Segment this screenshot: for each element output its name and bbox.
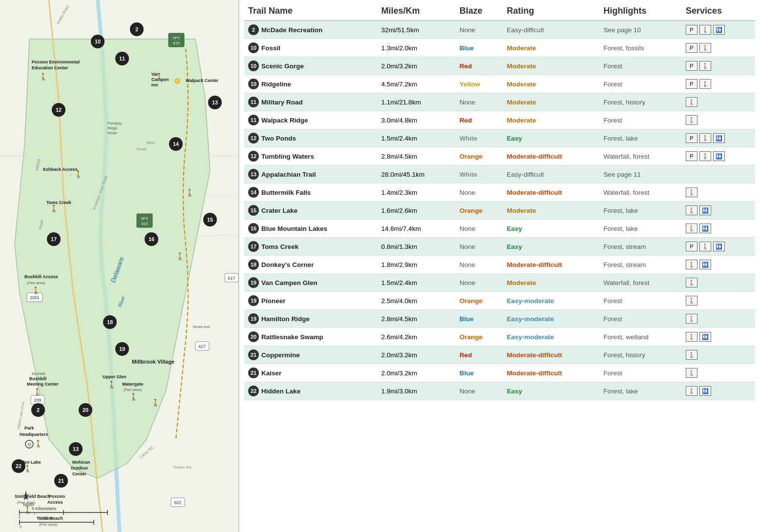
trail-miles: 14.6mi/7.4km xyxy=(378,220,456,238)
trail-miles: 1.5mi/2.4km xyxy=(378,274,456,292)
svg-text:16: 16 xyxy=(148,236,154,242)
table-row: 13Appalachian Trail28.0mi/45.1kmWhiteEas… xyxy=(244,165,755,184)
trail-name: Hamilton Ridge xyxy=(261,315,310,323)
hiker-icon: 🚶 xyxy=(686,332,697,342)
trail-number: 22 xyxy=(248,386,259,396)
trail-rating: Easy xyxy=(503,220,600,238)
trail-services: 🚶🚻 xyxy=(682,256,755,274)
svg-text:11: 11 xyxy=(119,56,125,61)
trail-name-cell: 22Hidden Lake xyxy=(244,382,378,400)
trail-name-cell: 14Buttermilk Falls xyxy=(244,184,378,202)
trail-name-cell: 21Coppermine xyxy=(244,346,378,364)
svg-text:(Fee area): (Fee area) xyxy=(39,522,58,527)
trail-number: 2 xyxy=(248,24,259,35)
trail-name: McDade Recreation xyxy=(261,26,322,34)
svg-text:Bushkill: Bushkill xyxy=(32,371,45,376)
trail-number: 14 xyxy=(248,187,259,198)
trail-highlights: Waterfall, forest xyxy=(599,184,681,202)
hiker-icon: 🚶 xyxy=(686,386,697,396)
trail-rating: Easy-difficult xyxy=(503,165,600,184)
trail-services: 🚶 xyxy=(682,111,755,129)
svg-text:🚶: 🚶 xyxy=(74,170,83,179)
svg-text:22: 22 xyxy=(16,463,21,469)
svg-text:Access: Access xyxy=(47,500,63,505)
trail-name-cell: 18Donkey's Corner xyxy=(244,256,378,274)
trail-miles: 2.0mi/3.2km xyxy=(378,346,456,364)
trail-blaze: White xyxy=(456,129,503,147)
svg-text:18: 18 xyxy=(107,319,113,325)
trail-miles: 1.9mi/3.0km xyxy=(378,382,456,400)
trail-name-cell: 10Scenic Gorge xyxy=(244,57,378,75)
table-row: 21Kaiser2.0mi/3.2kmBlueModerate-difficul… xyxy=(244,364,755,382)
trail-blaze: Orange xyxy=(456,147,503,165)
trail-services: P🚶 xyxy=(682,39,755,57)
hiker-icon: 🚶 xyxy=(686,260,697,269)
svg-text:Poxono: Poxono xyxy=(49,494,65,499)
trail-blaze: Orange xyxy=(456,292,503,310)
hiker-icon: 🚶 xyxy=(686,187,697,197)
svg-text:Park: Park xyxy=(24,426,35,430)
trail-number: 10 xyxy=(248,61,259,71)
trail-name-cell: 10Ridgeline xyxy=(244,75,378,93)
table-row: 11Military Road1.1mi/21.8kmNoneModerateF… xyxy=(244,93,755,111)
hiker-icon: 🚶 xyxy=(686,350,697,360)
trail-services: 🚶 xyxy=(682,346,755,364)
parking-icon: P xyxy=(686,79,697,89)
trail-name: Van Campen Glen xyxy=(261,279,317,286)
table-row: 22Hidden Lake1.9mi/3.0kmNoneEasyForest, … xyxy=(244,382,755,400)
trail-blaze: White xyxy=(456,165,503,184)
trail-number: 20 xyxy=(248,331,259,342)
svg-text:🚶: 🚶 xyxy=(186,189,194,197)
hiker-icon: 🚶 xyxy=(699,151,711,161)
table-row: 16Blue Mountain Lakes14.6mi/7.4kmNoneEas… xyxy=(244,220,755,238)
table-row: 21Coppermine2.0mi/3.2kmRedModerate-diffi… xyxy=(244,346,755,364)
trail-services: 🚶🚻 xyxy=(682,202,755,220)
svg-text:17: 17 xyxy=(51,236,57,242)
trail-highlights: Forest xyxy=(599,364,681,382)
trail-name-cell: 12Two Ponds xyxy=(244,129,378,147)
svg-text:🚶: 🚶 xyxy=(32,286,41,295)
trail-services: 🚶🚻 xyxy=(682,220,755,238)
restroom-icon: 🚻 xyxy=(699,224,711,233)
trail-miles: 4.5mi/7.2km xyxy=(378,75,456,93)
svg-text:12: 12 xyxy=(56,107,62,113)
svg-text:🚶: 🚶 xyxy=(129,393,138,401)
trail-blaze: Orange xyxy=(456,328,503,346)
svg-text:13: 13 xyxy=(73,446,79,452)
trail-highlights: Forest xyxy=(599,57,681,75)
trail-miles: 2.0mi/3.2km xyxy=(378,57,456,75)
svg-text:Pompey: Pompey xyxy=(107,121,122,125)
hiker-icon: 🚶 xyxy=(686,278,697,287)
trails-table: Trail Name Miles/Km Blaze Rating Highlig… xyxy=(244,0,755,400)
svg-text:20: 20 xyxy=(83,407,88,413)
svg-text:🚶: 🚶 xyxy=(50,205,59,213)
trail-number: 16 xyxy=(248,223,259,234)
svg-text:Upper Glen: Upper Glen xyxy=(103,374,127,379)
hiker-icon: 🚶 xyxy=(686,314,697,324)
map-panel: Delaware River Milford Mine Road Freeman… xyxy=(0,0,239,532)
trail-number: 11 xyxy=(248,115,259,125)
trail-miles: 1.3mi/2.0km xyxy=(378,39,456,57)
trail-blaze: Red xyxy=(456,111,503,129)
hiker-icon: 🚶 xyxy=(686,296,697,306)
svg-text:209: 209 xyxy=(34,398,41,403)
table-row: 10Fossil1.3mi/2.0kmBlueModerateForest, f… xyxy=(244,39,755,57)
hiker-icon: 🚶 xyxy=(686,224,697,233)
trail-blaze: None xyxy=(456,274,503,292)
trail-services: P🚶 xyxy=(682,57,755,75)
svg-point-32 xyxy=(175,79,180,83)
trail-number: 10 xyxy=(248,79,259,89)
svg-text:Millbrook Village: Millbrook Village xyxy=(132,359,174,365)
trail-highlights: Waterfall, forest xyxy=(599,147,681,165)
trail-rating: Easy xyxy=(503,382,600,400)
trail-miles: 1.4mi/2.3km xyxy=(378,184,456,202)
trail-rating: Moderate xyxy=(503,39,600,57)
trail-name: Crater Lake xyxy=(261,207,297,214)
trail-name-cell: 20Rattlesnake Swamp xyxy=(244,328,378,346)
svg-text:Guttier Rd.: Guttier Rd. xyxy=(173,465,192,470)
trail-name: Donkey's Corner xyxy=(261,261,314,268)
col-rating: Rating xyxy=(503,0,600,20)
trail-highlights: Forest, lake xyxy=(599,129,681,147)
trail-blaze: Orange xyxy=(456,202,503,220)
hiker-icon: 🚶 xyxy=(699,242,711,251)
